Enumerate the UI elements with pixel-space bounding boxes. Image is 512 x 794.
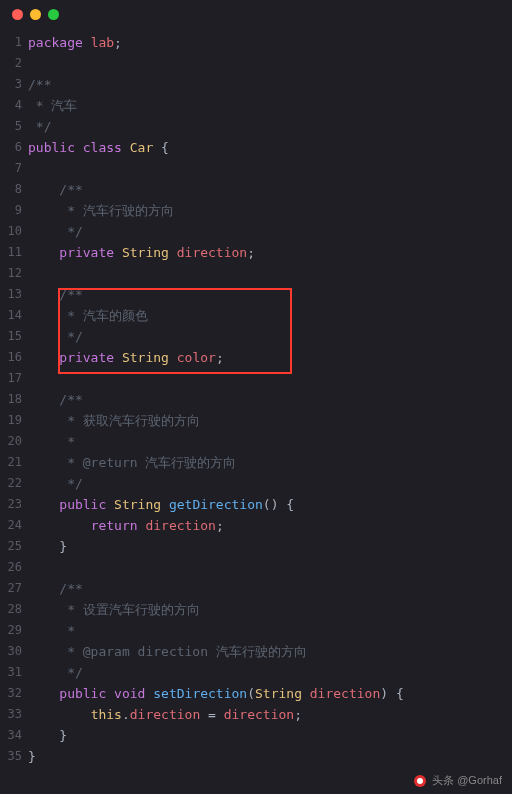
line-number: 5 bbox=[0, 116, 22, 137]
line-number: 35 bbox=[0, 746, 22, 767]
code-line[interactable]: /** bbox=[28, 284, 512, 305]
line-number: 18 bbox=[0, 389, 22, 410]
code-line[interactable]: /** bbox=[28, 179, 512, 200]
line-number: 25 bbox=[0, 536, 22, 557]
line-number: 10 bbox=[0, 221, 22, 242]
line-number: 9 bbox=[0, 200, 22, 221]
code-line[interactable] bbox=[28, 263, 512, 284]
code-line[interactable]: */ bbox=[28, 116, 512, 137]
line-number: 16 bbox=[0, 347, 22, 368]
code-line[interactable]: public void setDirection(String directio… bbox=[28, 683, 512, 704]
line-number: 26 bbox=[0, 557, 22, 578]
source-logo-icon bbox=[414, 775, 426, 787]
code-line[interactable]: * bbox=[28, 431, 512, 452]
line-number: 29 bbox=[0, 620, 22, 641]
line-number: 28 bbox=[0, 599, 22, 620]
line-number: 33 bbox=[0, 704, 22, 725]
code-line[interactable]: /** bbox=[28, 578, 512, 599]
line-number: 1 bbox=[0, 32, 22, 53]
code-line[interactable]: * 获取汽车行驶的方向 bbox=[28, 410, 512, 431]
code-line[interactable]: * 设置汽车行驶的方向 bbox=[28, 599, 512, 620]
line-number: 20 bbox=[0, 431, 22, 452]
line-number: 14 bbox=[0, 305, 22, 326]
code-line[interactable] bbox=[28, 53, 512, 74]
attribution: 头条 @Gorhaf bbox=[414, 773, 502, 788]
code-line[interactable] bbox=[28, 158, 512, 179]
code-line[interactable]: package lab; bbox=[28, 32, 512, 53]
minimize-icon[interactable] bbox=[30, 9, 41, 20]
window-titlebar bbox=[0, 0, 512, 28]
line-number: 12 bbox=[0, 263, 22, 284]
line-number: 7 bbox=[0, 158, 22, 179]
line-number: 3 bbox=[0, 74, 22, 95]
line-number: 23 bbox=[0, 494, 22, 515]
attribution-handle: @Gorhaf bbox=[457, 774, 502, 786]
code-line[interactable]: */ bbox=[28, 662, 512, 683]
code-line[interactable]: /** bbox=[28, 74, 512, 95]
line-number: 34 bbox=[0, 725, 22, 746]
line-number: 17 bbox=[0, 368, 22, 389]
code-line[interactable]: * bbox=[28, 620, 512, 641]
code-line[interactable]: * 汽车的颜色 bbox=[28, 305, 512, 326]
code-line[interactable]: return direction; bbox=[28, 515, 512, 536]
attribution-source: 头条 bbox=[432, 774, 454, 786]
line-number: 30 bbox=[0, 641, 22, 662]
line-number: 8 bbox=[0, 179, 22, 200]
code-line[interactable]: */ bbox=[28, 221, 512, 242]
code-line[interactable]: * @return 汽车行驶的方向 bbox=[28, 452, 512, 473]
code-line[interactable] bbox=[28, 557, 512, 578]
line-number: 27 bbox=[0, 578, 22, 599]
code-content[interactable]: package lab;/** * 汽车 */public class Car … bbox=[28, 32, 512, 767]
line-number: 11 bbox=[0, 242, 22, 263]
line-number: 2 bbox=[0, 53, 22, 74]
code-line[interactable]: public String getDirection() { bbox=[28, 494, 512, 515]
code-line[interactable]: * 汽车行驶的方向 bbox=[28, 200, 512, 221]
code-line[interactable]: private String color; bbox=[28, 347, 512, 368]
zoom-icon[interactable] bbox=[48, 9, 59, 20]
code-editor[interactable]: 1234567891011121314151617181920212223242… bbox=[0, 28, 512, 767]
close-icon[interactable] bbox=[12, 9, 23, 20]
line-number: 6 bbox=[0, 137, 22, 158]
line-number: 13 bbox=[0, 284, 22, 305]
code-line[interactable]: */ bbox=[28, 473, 512, 494]
line-number-gutter: 1234567891011121314151617181920212223242… bbox=[0, 32, 28, 767]
line-number: 32 bbox=[0, 683, 22, 704]
code-line[interactable] bbox=[28, 368, 512, 389]
code-line[interactable]: * 汽车 bbox=[28, 95, 512, 116]
code-line[interactable]: private String direction; bbox=[28, 242, 512, 263]
line-number: 4 bbox=[0, 95, 22, 116]
code-line[interactable]: * @param direction 汽车行驶的方向 bbox=[28, 641, 512, 662]
code-line[interactable]: */ bbox=[28, 326, 512, 347]
line-number: 19 bbox=[0, 410, 22, 431]
code-line[interactable]: } bbox=[28, 536, 512, 557]
line-number: 31 bbox=[0, 662, 22, 683]
line-number: 21 bbox=[0, 452, 22, 473]
code-line[interactable]: } bbox=[28, 746, 512, 767]
code-line[interactable]: public class Car { bbox=[28, 137, 512, 158]
code-line[interactable]: this.direction = direction; bbox=[28, 704, 512, 725]
line-number: 24 bbox=[0, 515, 22, 536]
line-number: 22 bbox=[0, 473, 22, 494]
code-line[interactable]: /** bbox=[28, 389, 512, 410]
line-number: 15 bbox=[0, 326, 22, 347]
code-line[interactable]: } bbox=[28, 725, 512, 746]
